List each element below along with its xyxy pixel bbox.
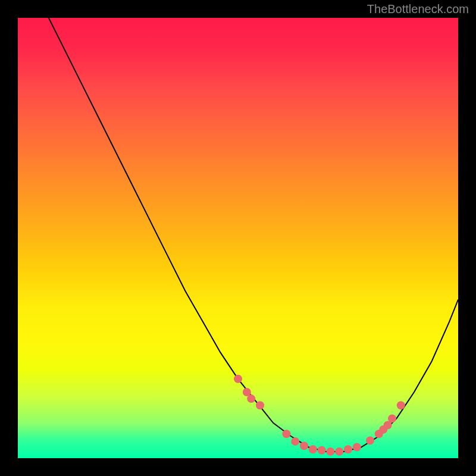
- watermark-text: TheBottleneck.com: [367, 2, 469, 16]
- data-point: [397, 401, 405, 409]
- data-point: [353, 443, 361, 452]
- data-point: [388, 414, 396, 422]
- chart-svg: [18, 18, 458, 458]
- data-point: [366, 436, 374, 444]
- chart-container: [18, 18, 458, 458]
- bottleneck-curve: [49, 18, 458, 452]
- data-point: [335, 447, 343, 456]
- data-point: [291, 437, 299, 446]
- data-point: [300, 441, 308, 450]
- data-points: [234, 375, 405, 456]
- data-point: [282, 430, 290, 438]
- data-point: [309, 445, 317, 453]
- data-point: [344, 445, 352, 453]
- data-point: [247, 394, 255, 403]
- data-point: [318, 446, 326, 455]
- data-point: [256, 401, 264, 409]
- data-point: [234, 375, 242, 383]
- data-point: [326, 447, 334, 456]
